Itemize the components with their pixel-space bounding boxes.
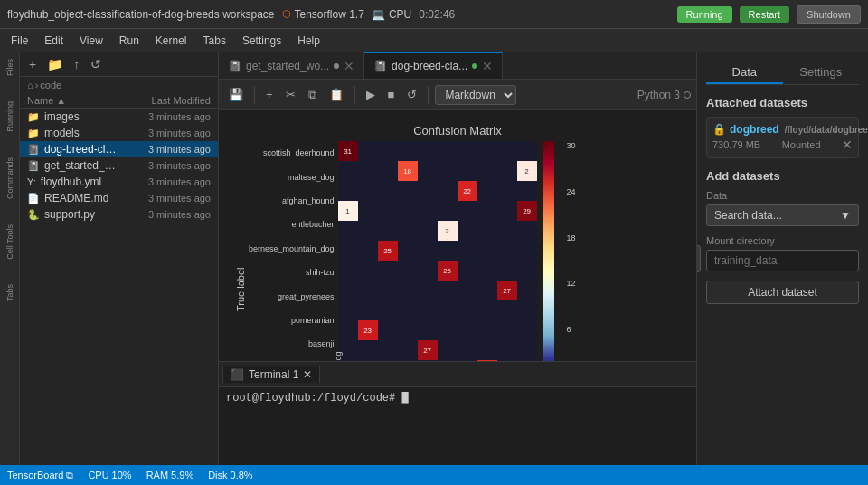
confusion-matrix-cell-value: 21 xyxy=(477,360,497,361)
confusion-matrix-cell-value xyxy=(477,141,497,161)
cut-cell-button[interactable]: ✂ xyxy=(281,86,300,103)
menu-tabs[interactable]: Tabs xyxy=(196,33,233,49)
refresh-button[interactable]: ↺ xyxy=(87,56,105,72)
external-link-icon: ⧉ xyxy=(66,470,73,481)
confusion-matrix-cell-value xyxy=(497,221,517,241)
confusion-matrix-cell-value xyxy=(398,261,418,281)
terminal-panel: ⬛ Terminal 1 ✕ root@floydhub:/floyd/code… xyxy=(219,361,696,465)
tab-close-button[interactable]: ✕ xyxy=(482,59,493,73)
workspace-title: floydhub_object-classification-of-dog-br… xyxy=(7,8,275,21)
terminal-close-button[interactable]: ✕ xyxy=(303,368,312,381)
confusion-matrix-cell-value xyxy=(378,320,398,340)
add-cell-button[interactable]: + xyxy=(261,86,278,103)
tensorboard-link[interactable]: TensorBoard ⧉ xyxy=(7,470,73,481)
tab-dog-breed[interactable]: 📓 dog-breed-cla... ✕ xyxy=(364,52,503,79)
cell-type-selector[interactable]: Markdown Code Raw xyxy=(435,85,516,105)
dataset-remove-button[interactable]: ✕ xyxy=(842,138,853,152)
list-item[interactable]: 📁 models 3 minutes ago xyxy=(20,125,218,141)
menu-kernel[interactable]: Kernel xyxy=(148,33,194,49)
sort-by-modified[interactable]: Last Modified xyxy=(111,95,211,106)
confusion-matrix-cell-value xyxy=(398,320,418,340)
sidebar-item-celltools[interactable]: Cell Tools xyxy=(4,222,16,262)
tab-data[interactable]: Data xyxy=(706,62,783,84)
confusion-matrix-cell-value xyxy=(517,181,537,201)
sort-by-name[interactable]: Name ▲ xyxy=(27,95,111,106)
menubar: File Edit View Run Kernel Tabs Settings … xyxy=(0,29,868,52)
confusion-matrix-cell-value xyxy=(497,340,517,360)
menu-file[interactable]: File xyxy=(4,33,35,49)
confusion-matrix-cell-value xyxy=(438,141,458,161)
restart-kernel-button[interactable]: ↺ xyxy=(402,86,421,103)
confusion-matrix-cell-value xyxy=(418,221,438,241)
sidebar-item-tabs[interactable]: Tabs xyxy=(4,281,16,304)
menu-edit[interactable]: Edit xyxy=(37,33,71,49)
new-folder-button[interactable]: 📁 xyxy=(43,56,66,72)
confusion-matrix-title: Confusion Matrix xyxy=(232,124,683,138)
confusion-matrix-cell-value xyxy=(398,281,418,300)
left-sidebar-icons: Files Running Commands Cell Tools Tabs xyxy=(0,52,20,465)
confusion-matrix-cell-value xyxy=(338,300,358,320)
menu-settings[interactable]: Settings xyxy=(235,33,288,49)
list-item[interactable]: 🐍 support.py 3 minutes ago xyxy=(20,206,218,223)
disk-status: Disk 0.8% xyxy=(208,470,252,480)
list-item[interactable]: 📓 get_started_workspa... 3 minutes ago xyxy=(20,157,218,174)
sidebar-item-running[interactable]: Running xyxy=(4,99,16,135)
search-data-dropdown[interactable]: Search data... ▼ xyxy=(706,204,859,226)
new-file-button[interactable]: + xyxy=(25,56,40,72)
save-button[interactable]: 💾 xyxy=(224,86,248,103)
sidebar-item-files[interactable]: Files xyxy=(4,56,16,79)
list-item-active[interactable]: 📓 dog-breed-classificat... 3 minutes ago xyxy=(20,141,218,157)
running-button[interactable]: Running xyxy=(677,6,732,23)
confusion-matrix-cell-value xyxy=(477,221,497,241)
breadcrumb-current[interactable]: code xyxy=(40,80,61,90)
tab-settings[interactable]: Settings xyxy=(783,62,860,84)
session-timer: 0:02:46 xyxy=(419,8,455,21)
confusion-matrix-cell-value xyxy=(458,141,477,161)
yaxis-label: pomeranian xyxy=(249,310,335,330)
menu-help[interactable]: Help xyxy=(290,33,327,49)
run-cell-button[interactable]: ▶ xyxy=(362,86,380,103)
tab-bar: 📓 get_started_wo... ✕ 📓 dog-breed-cla...… xyxy=(219,52,696,80)
paste-cell-button[interactable]: 📋 xyxy=(325,86,348,103)
topbar: floydhub_object-classification-of-dog-br… xyxy=(0,0,868,29)
confusion-matrix-cell-value xyxy=(458,161,477,181)
breadcrumb-home[interactable]: ⌂ xyxy=(27,80,33,90)
attach-dataset-button[interactable]: Attach dataset xyxy=(706,281,859,304)
confusion-matrix-cell-value xyxy=(438,201,458,221)
confusion-matrix-cell-value xyxy=(517,360,537,361)
confusion-matrix-cell-value xyxy=(358,161,378,181)
restart-button[interactable]: Restart xyxy=(740,6,789,23)
tab-get-started[interactable]: 📓 get_started_wo... ✕ xyxy=(219,52,364,79)
confusion-matrix-ylabel: True label xyxy=(232,141,249,361)
mount-directory-input[interactable] xyxy=(706,250,859,271)
confusion-matrix-cell-value xyxy=(497,300,517,320)
shutdown-button[interactable]: Shutdown xyxy=(797,5,861,24)
list-item[interactable]: Y: floydhub.yml 3 minutes ago xyxy=(20,174,218,190)
list-item[interactable]: 📁 images 3 minutes ago xyxy=(20,109,218,125)
confusion-matrix-cell-value xyxy=(458,320,477,340)
stop-cell-button[interactable]: ■ xyxy=(383,86,400,103)
dataset-meta: 730.79 MB Mounted ✕ xyxy=(712,138,853,152)
tab-close-button[interactable]: ✕ xyxy=(344,59,354,73)
cpu-status-value: 10% xyxy=(112,470,132,480)
terminal-tab-bar: ⬛ Terminal 1 ✕ xyxy=(219,362,696,387)
terminal-content[interactable]: root@floydhub:/floyd/code# █ xyxy=(219,387,696,465)
breadcrumb: ⌂ › code xyxy=(20,77,218,93)
terminal-tab[interactable]: ⬛ Terminal 1 ✕ xyxy=(222,366,320,383)
menu-view[interactable]: View xyxy=(72,33,110,49)
statusbar: TensorBoard ⧉ CPU 10% RAM 5.9% Disk 0.8% xyxy=(0,465,868,485)
cpu-status: CPU 10% xyxy=(88,470,131,480)
search-placeholder: Search data... xyxy=(714,209,782,222)
confusion-matrix-cell-value xyxy=(418,261,438,281)
confusion-matrix-cell-value xyxy=(378,360,398,361)
copy-cell-button[interactable]: ⧉ xyxy=(304,86,321,104)
list-item[interactable]: 📄 README.md 3 minutes ago xyxy=(20,190,218,206)
confusion-matrix-cell-value xyxy=(358,241,378,261)
upload-button[interactable]: ↑ xyxy=(70,56,83,72)
confusion-matrix-cell-value xyxy=(358,261,378,281)
menu-run[interactable]: Run xyxy=(112,33,146,49)
yaxis-label: bernese_mountain_dog xyxy=(249,239,335,259)
disk-status-value: 0.8% xyxy=(231,470,253,480)
collapse-panel-button[interactable]: » xyxy=(696,245,701,272)
sidebar-item-commands[interactable]: Commands xyxy=(4,155,16,202)
